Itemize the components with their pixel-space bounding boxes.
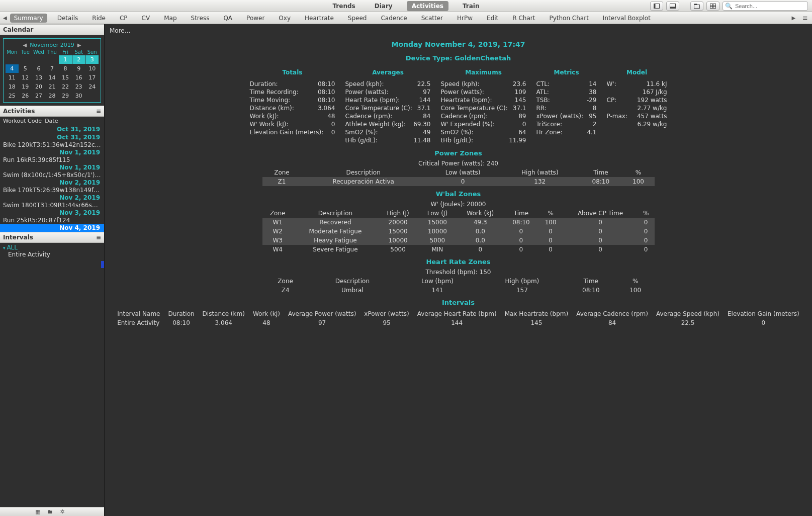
chart-tab-oxy[interactable]: Oxy [275, 14, 295, 23]
calendar-day[interactable]: 29 [59, 92, 72, 100]
layout-sidebar-icon[interactable] [650, 2, 663, 11]
interval-item[interactable]: Entire Activity [3, 251, 101, 258]
activity-row[interactable]: Nov 4, 2019 [0, 224, 104, 232]
chart-tab-python-chart[interactable]: Python Chart [545, 14, 592, 23]
scroll-left-icon[interactable]: ◀ [0, 15, 10, 21]
sidebar-gear-icon[interactable]: ✲ [60, 508, 64, 515]
chart-tab-scatter[interactable]: Scatter [417, 14, 447, 23]
calendar-day[interactable]: 20 [32, 82, 45, 91]
calendar-day[interactable]: 27 [32, 92, 45, 100]
calendar-day[interactable]: 16 [72, 73, 85, 82]
chart-tab-summary[interactable]: Summary [10, 14, 47, 23]
calendar-dow: Tue [19, 49, 32, 55]
calendar-day[interactable]: 8 [59, 64, 72, 73]
calendar-day[interactable]: 15 [59, 73, 72, 82]
chart-tab-qa[interactable]: QA [219, 14, 236, 23]
calendar-day[interactable]: 19 [19, 82, 32, 91]
more-link[interactable]: More... [105, 24, 812, 37]
chart-menu-icon[interactable]: ≡ [798, 14, 812, 22]
calendar-day[interactable]: 1 [59, 55, 72, 64]
stat-row: Power (watts):97 [345, 88, 431, 96]
calendar-day[interactable]: 7 [46, 64, 59, 73]
chart-tab-cadence[interactable]: Cadence [377, 14, 411, 23]
nav-tab-diary[interactable]: Diary [370, 1, 398, 11]
calendar-day[interactable]: 4 [6, 64, 19, 73]
search-box[interactable]: 🔍 [723, 2, 808, 11]
chart-tab-interval-boxplot[interactable]: Interval Boxplot [599, 14, 655, 23]
intervals-all[interactable]: ALL [3, 244, 101, 251]
calendar-day[interactable]: 14 [46, 73, 59, 82]
search-input[interactable] [734, 3, 805, 10]
activities-menu-icon[interactable]: ≡ [96, 108, 101, 115]
activity-row[interactable]: Oct 31, 2019 [0, 133, 104, 141]
chart-tab-details[interactable]: Details [53, 14, 82, 23]
calendar-next-icon[interactable]: ▶ [77, 42, 81, 48]
calendar-day[interactable]: 30 [72, 92, 85, 100]
calendar-day[interactable]: 2 [72, 55, 85, 64]
calendar-day[interactable]: 23 [72, 82, 85, 91]
layout-tile-icon[interactable] [706, 2, 719, 11]
calendar-day[interactable]: 21 [46, 82, 59, 91]
activity-row[interactable]: Nov 3, 2019Run 25kR5:20c87f124 [0, 209, 104, 224]
nav-tab-train[interactable]: Train [458, 1, 485, 11]
stat-row: Heart Rate (bpm):144 [345, 96, 431, 104]
chart-tab-hrpw[interactable]: HrPw [453, 14, 477, 23]
calendar-day[interactable]: 9 [72, 64, 85, 73]
calendar-day[interactable]: 3 [85, 55, 99, 64]
layout-bottom-icon[interactable] [666, 2, 679, 11]
stat-row: CTL:14 [536, 80, 597, 88]
chart-tab-heartrate[interactable]: Heartrate [301, 14, 338, 23]
calendar-day[interactable]: 11 [6, 73, 19, 82]
chart-tab-cv[interactable]: CV [138, 14, 154, 23]
svg-rect-8 [710, 6, 713, 8]
activity-row[interactable]: Swim 1800T31:09R1:44sr66spl26pb [0, 202, 104, 209]
chart-tab-edit[interactable]: Edit [483, 14, 502, 23]
chart-tab-speed[interactable]: Speed [344, 14, 371, 23]
calendar-day[interactable]: 25 [6, 92, 19, 100]
sidebar-calendar-icon[interactable]: ▦ [35, 508, 40, 515]
activities-col-date[interactable]: Date [45, 118, 58, 124]
activity-row[interactable]: Nov 1, 2019Run 16kR5:39c85f115 [0, 148, 104, 163]
calendar-prev-icon[interactable]: ◀ [23, 42, 27, 48]
stat-row: 6.29 w/kg [607, 120, 667, 128]
chart-tab-power[interactable]: Power [242, 14, 268, 23]
activity-row[interactable]: Bike 120kT3:51:36w142n152c71v31.2 [0, 141, 104, 148]
scroll-right-icon[interactable]: ▶ [788, 15, 798, 21]
calendar-day[interactable]: 5 [19, 64, 32, 73]
activity-row[interactable]: Nov 2, 2019 [0, 194, 104, 202]
activity-row[interactable]: Bike 170kT5:26:39w138n149f111c70 [0, 187, 104, 194]
calendar-day[interactable]: 24 [85, 82, 99, 91]
chart-tab-stress[interactable]: Stress [187, 14, 214, 23]
stat-row: Core Temperature (C):37.1 [441, 104, 526, 112]
calendar-day[interactable]: 13 [32, 73, 45, 82]
calendar-day[interactable]: 22 [59, 82, 72, 91]
layout-tab-icon[interactable] [690, 2, 703, 11]
calendar-day[interactable]: 28 [46, 92, 59, 100]
chart-tab-map[interactable]: Map [160, 14, 181, 23]
calendar-day[interactable]: 12 [19, 73, 32, 82]
intervals-menu-icon[interactable]: ≡ [96, 234, 101, 241]
calendar-dow: Sat [72, 49, 85, 55]
nav-tab-activities[interactable]: Activities [407, 1, 448, 11]
stat-row: CP:192 watts [607, 96, 667, 104]
stat-row: 2.77 w/kg [607, 104, 667, 112]
chart-tab-r-chart[interactable]: R Chart [508, 14, 539, 23]
nav-tab-trends[interactable]: Trends [328, 1, 360, 11]
activity-row[interactable]: Nov 1, 2019 [0, 163, 104, 171]
calendar-day[interactable]: 17 [85, 73, 99, 82]
activity-row[interactable]: Nov 2, 2019 [0, 179, 104, 187]
content-area: More... Monday November 4, 2019, 17:47 D… [105, 24, 812, 516]
calendar-day[interactable]: 18 [6, 82, 19, 91]
calendar-day[interactable]: 10 [85, 64, 99, 73]
stat-row: Power (watts):109 [441, 88, 526, 96]
calendar-day[interactable]: 6 [32, 64, 45, 73]
calendar-day[interactable]: 26 [19, 92, 32, 100]
activities-title: Activities [3, 108, 35, 115]
activities-list[interactable]: Oct 31, 2019Oct 31, 2019Bike 120kT3:51:3… [0, 125, 104, 232]
chart-tab-ride[interactable]: Ride [88, 14, 110, 23]
activity-row[interactable]: Oct 31, 2019 [0, 125, 104, 133]
activity-row[interactable]: Swim (8x100c/1:45+8x50c/1')P3'R133sr67sp… [0, 171, 104, 179]
activities-col-code[interactable]: Workout Code [3, 118, 42, 124]
sidebar-folder-icon[interactable]: 🖿 [47, 508, 53, 515]
chart-tab-cp[interactable]: CP [116, 14, 132, 23]
